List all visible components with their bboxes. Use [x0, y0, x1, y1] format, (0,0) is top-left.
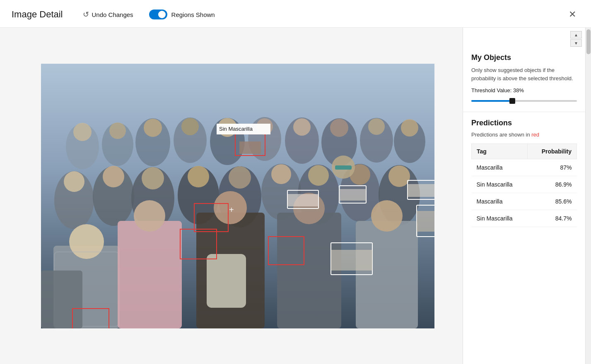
- svg-point-34: [308, 165, 329, 186]
- svg-point-16: [330, 119, 348, 137]
- my-objects-description: Only show suggested objects if the proba…: [471, 66, 577, 82]
- svg-rect-47: [277, 213, 341, 328]
- tag-cell: Mascarilla: [472, 159, 528, 176]
- undo-icon: ↺: [83, 10, 89, 19]
- table-row: Mascarilla 85.6%: [472, 193, 577, 210]
- scroll-arrows-top: ▲ ▼: [570, 31, 582, 47]
- svg-point-38: [388, 165, 410, 187]
- modal: Image Detail ↺ Undo Changes Regions Show…: [0, 0, 591, 364]
- col-tag-header: Tag: [472, 144, 528, 159]
- my-objects-section: My Objects Only show suggested objects i…: [463, 47, 585, 112]
- svg-rect-55: [339, 189, 366, 201]
- svg-rect-51: [41, 271, 82, 328]
- svg-rect-46: [207, 254, 246, 308]
- svg-point-43: [134, 200, 165, 232]
- tag-cell: Mascarilla: [472, 193, 528, 210]
- svg-point-30: [229, 166, 251, 189]
- threshold-thumb[interactable]: [509, 98, 515, 104]
- svg-rect-42: [118, 221, 182, 328]
- svg-point-18: [368, 118, 385, 135]
- probability-cell: 84.7%: [528, 210, 577, 227]
- predictions-note: Predictions are shown in red: [471, 132, 577, 138]
- svg-point-24: [103, 166, 124, 187]
- scroll-up-arrow[interactable]: ▲: [570, 31, 582, 38]
- crowd-background: Sin Mascarilla +: [41, 64, 434, 328]
- svg-point-8: [181, 118, 199, 135]
- table-row: Mascarilla 87%: [472, 159, 577, 176]
- svg-rect-59: [417, 211, 434, 232]
- svg-rect-53: [287, 194, 318, 206]
- svg-point-4: [109, 122, 126, 139]
- predictions-section: Predictions Predictions are shown in red…: [463, 112, 585, 230]
- probability-cell: 85.6%: [528, 193, 577, 210]
- threshold-fill: [471, 100, 511, 102]
- predictions-table: Tag Probability Mascarilla 87% Sin Masca…: [471, 144, 577, 227]
- regions-toggle-area: Regions Shown: [149, 10, 215, 19]
- svg-point-6: [144, 119, 162, 137]
- svg-rect-57: [408, 184, 434, 197]
- image-area: Sin Mascarilla +: [0, 28, 463, 364]
- predictions-note-prefix: Predictions are shown in: [471, 132, 531, 138]
- svg-point-28: [188, 166, 209, 187]
- scrollbar-thumb[interactable]: [586, 29, 591, 54]
- panel-scrollbar: [585, 28, 591, 364]
- image-container[interactable]: Sin Mascarilla +: [41, 64, 434, 328]
- regions-shown-label: Regions Shown: [171, 11, 215, 18]
- svg-point-26: [142, 167, 164, 189]
- svg-text:Sin Mascarilla: Sin Mascarilla: [219, 126, 253, 132]
- svg-point-32: [271, 164, 291, 184]
- svg-point-14: [293, 118, 311, 136]
- crowd-svg: Sin Mascarilla +: [41, 64, 434, 328]
- panel-content: ▲ ▼ My Objects Only show suggested objec…: [463, 28, 585, 364]
- regions-shown-toggle[interactable]: [149, 10, 167, 19]
- scroll-down-arrow[interactable]: ▼: [570, 39, 582, 47]
- svg-rect-63: [239, 141, 261, 154]
- header: Image Detail ↺ Undo Changes Regions Show…: [0, 0, 591, 28]
- threshold-label: Threshold Value: 38%: [471, 87, 577, 93]
- threshold-slider-container: [471, 97, 577, 105]
- page-title: Image Detail: [12, 9, 63, 20]
- svg-point-2: [73, 123, 92, 141]
- close-button[interactable]: ✕: [565, 7, 579, 22]
- threshold-track: [471, 100, 577, 102]
- svg-rect-72: [335, 165, 352, 170]
- tag-cell: Sin Mascarilla: [472, 176, 528, 193]
- my-objects-title: My Objects: [471, 53, 577, 62]
- probability-cell: 86.9%: [528, 176, 577, 193]
- svg-point-40: [69, 224, 104, 259]
- content-area: Sin Mascarilla + ▲: [0, 28, 591, 364]
- undo-changes-button[interactable]: ↺ Undo Changes: [79, 7, 137, 22]
- table-row: Sin Mascarilla 86.9%: [472, 176, 577, 193]
- col-probability-header: Probability: [528, 144, 577, 159]
- tag-cell: Sin Mascarilla: [472, 210, 528, 227]
- predictions-note-color-word: red: [531, 132, 539, 138]
- svg-text:+: +: [229, 205, 234, 214]
- svg-point-20: [401, 119, 418, 136]
- svg-point-22: [64, 171, 84, 192]
- right-panel: ▲ ▼ My Objects Only show suggested objec…: [463, 28, 591, 364]
- svg-rect-61: [331, 250, 372, 271]
- svg-point-50: [371, 200, 403, 232]
- table-row: Sin Mascarilla 84.7%: [472, 210, 577, 227]
- probability-cell: 87%: [528, 159, 577, 176]
- undo-label: Undo Changes: [92, 11, 133, 18]
- predictions-title: Predictions: [471, 119, 577, 127]
